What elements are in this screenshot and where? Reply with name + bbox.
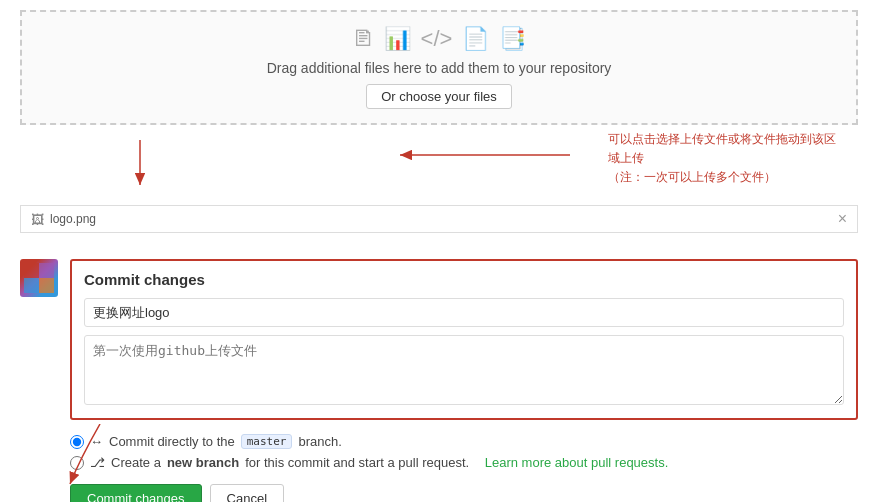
drop-zone-icons: 🖹 📊 </> 📄 📑: [32, 26, 846, 52]
chart-icon: 📊: [384, 26, 411, 52]
commit-form-container: Commit changes: [70, 259, 858, 420]
drag-text: Drag additional files here to add them t…: [32, 60, 846, 76]
svg-rect-7: [39, 278, 54, 293]
annotation-text: 可以点击选择上传文件或将文件拖动到该区 域上传 （注：一次可以上传多个文件）: [608, 130, 848, 188]
commit-form-title: Commit changes: [84, 271, 844, 288]
avatar-icon: [24, 263, 54, 293]
choose-files-button[interactable]: Or choose your files: [366, 84, 512, 109]
annotation-area: 可以点击选择上传文件或将文件拖动到该区 域上传 （注：一次可以上传多个文件）: [20, 125, 858, 205]
code-icon: </>: [421, 26, 453, 52]
drop-zone[interactable]: 🖹 📊 </> 📄 📑 Drag additional files here t…: [20, 10, 858, 125]
branch-icon: ⎇: [90, 455, 105, 470]
commit-changes-button[interactable]: Commit changes: [70, 484, 202, 502]
svg-rect-5: [39, 263, 54, 278]
radio-branch[interactable]: [70, 456, 84, 470]
commit-section: Commit changes: [20, 259, 858, 420]
learn-more-link[interactable]: Learn more about pull requests.: [485, 455, 669, 470]
radio-direct-label-suffix: branch.: [298, 434, 341, 449]
commit-summary-input[interactable]: [84, 298, 844, 327]
branch-badge: master: [241, 434, 293, 449]
radio-branch-label-suffix: for this commit and start a pull request…: [245, 455, 469, 470]
commit-description-textarea[interactable]: [84, 335, 844, 405]
pdf-icon: 📑: [499, 26, 526, 52]
radio-branch-label-prefix: Create a: [111, 455, 161, 470]
radio-direct-label-prefix: Commit directly to the: [109, 434, 235, 449]
svg-rect-6: [24, 278, 39, 293]
radio-branch-label-bold: new branch: [167, 455, 239, 470]
radio-option-branch: ⎇ Create a new branch for this commit an…: [70, 455, 858, 470]
page-container: 🖹 📊 </> 📄 📑 Drag additional files here t…: [0, 10, 878, 502]
file-name: logo.png: [50, 212, 838, 226]
cancel-button[interactable]: Cancel: [210, 484, 284, 502]
avatar: [20, 259, 58, 297]
radio-direct[interactable]: [70, 435, 84, 449]
commit-form-highlight: Commit changes: [70, 259, 858, 420]
file-item-row: 🖼 logo.png ×: [20, 205, 858, 233]
svg-rect-4: [24, 263, 39, 278]
action-buttons: Commit changes Cancel: [70, 484, 858, 502]
radio-option-direct: ↔ Commit directly to the master branch.: [70, 434, 858, 449]
commit-icon: ↔: [90, 434, 103, 449]
remove-file-button[interactable]: ×: [838, 211, 847, 227]
file-type-icon: 🖼: [31, 212, 44, 227]
file-icon: 🖹: [352, 26, 374, 52]
doc-icon: 📄: [462, 26, 489, 52]
commit-options: ↔ Commit directly to the master branch. …: [70, 434, 858, 470]
